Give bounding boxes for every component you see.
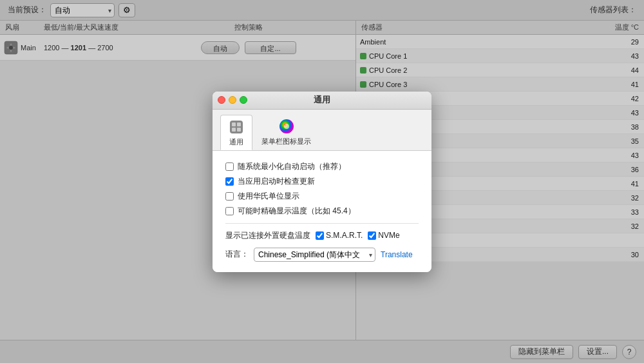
tab-menubar-label: 菜单栏图标显示 <box>261 137 311 146</box>
checkbox-fahrenheit: 使用华氏单位显示 <box>225 191 419 202</box>
tab-menubar[interactable]: 菜单栏图标显示 <box>255 115 317 150</box>
language-select[interactable]: Chinese_Simplified (简体中文 <box>254 248 375 262</box>
svg-rect-4 <box>237 123 241 126</box>
general-tab-icon <box>227 118 245 136</box>
smart-label: S.M.A.R.T. <box>326 231 363 240</box>
precise-checkbox[interactable] <box>225 207 234 215</box>
minimize-button[interactable] <box>229 96 236 104</box>
translate-link[interactable]: Translate <box>381 250 413 259</box>
external-disk-label: 显示已连接外置硬盘温度 <box>225 230 310 241</box>
svg-rect-6 <box>237 128 241 132</box>
external-disk-row: 显示已连接外置硬盘温度 S.M.A.R.T. NVMe <box>225 230 419 241</box>
modal-window: 通用 通用 <box>213 92 431 272</box>
svg-rect-3 <box>232 123 236 126</box>
modal-body: 随系统最小化自动启动（推荐） 当应用启动时检查更新 使用华氏单位显示 可能时精确… <box>213 151 431 272</box>
language-label: 语言： <box>225 249 249 260</box>
modal-tabs: 通用 <box>213 110 431 151</box>
checkbox-precise: 可能时精确显示温度（比如 45.4） <box>225 206 419 217</box>
fahrenheit-checkbox[interactable] <box>225 192 234 201</box>
fahrenheit-label: 使用华氏单位显示 <box>238 191 299 202</box>
checkbox-startup: 随系统最小化自动启动（推荐） <box>225 161 419 172</box>
close-button[interactable] <box>218 96 225 104</box>
tab-general[interactable]: 通用 <box>220 115 252 150</box>
nvme-option: NVMe <box>368 231 399 240</box>
precise-label: 可能时精确显示温度（比如 45.4） <box>238 206 355 217</box>
tab-general-label: 通用 <box>229 137 243 147</box>
traffic-lights <box>218 96 247 104</box>
update-checkbox[interactable] <box>225 177 234 186</box>
modal-overlay: 通用 通用 <box>0 0 644 363</box>
language-select-wrapper: Chinese_Simplified (简体中文 <box>254 248 375 262</box>
update-label: 当应用启动时检查更新 <box>238 176 315 187</box>
smart-checkbox[interactable] <box>316 231 324 240</box>
nvme-label: NVMe <box>378 231 399 240</box>
svg-rect-2 <box>230 121 243 133</box>
section-divider <box>225 223 419 224</box>
language-row: 语言： Chinese_Simplified (简体中文 Translate <box>225 248 419 262</box>
modal-titlebar: 通用 <box>213 92 431 110</box>
startup-checkbox[interactable] <box>225 162 234 171</box>
smart-option: S.M.A.R.T. <box>316 231 363 240</box>
maximize-button[interactable] <box>240 96 247 104</box>
svg-point-8 <box>284 124 289 129</box>
nvme-checkbox[interactable] <box>368 231 376 240</box>
svg-rect-5 <box>232 128 236 132</box>
modal-title: 通用 <box>314 94 330 106</box>
startup-label: 随系统最小化自动启动（推荐） <box>238 161 346 172</box>
checkbox-update: 当应用启动时检查更新 <box>225 176 419 187</box>
menubar-tab-icon <box>278 117 296 135</box>
